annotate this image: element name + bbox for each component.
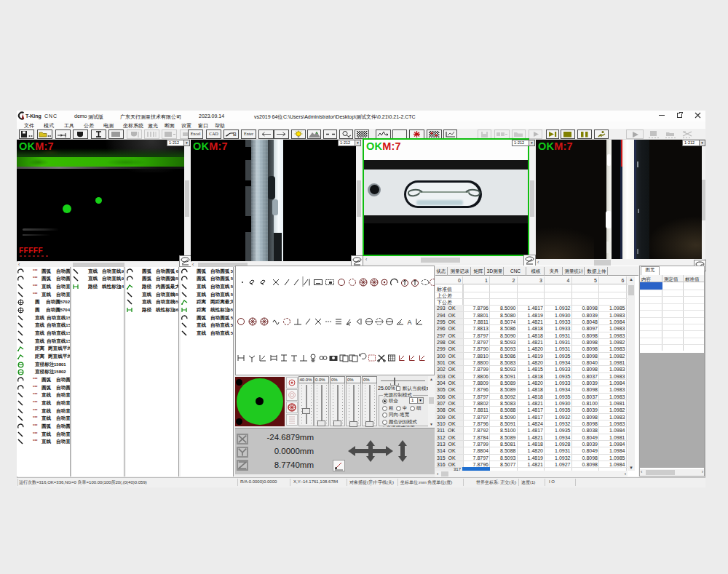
svg-text:A: A [408, 319, 412, 326]
svg-text:B: B [233, 132, 237, 137]
